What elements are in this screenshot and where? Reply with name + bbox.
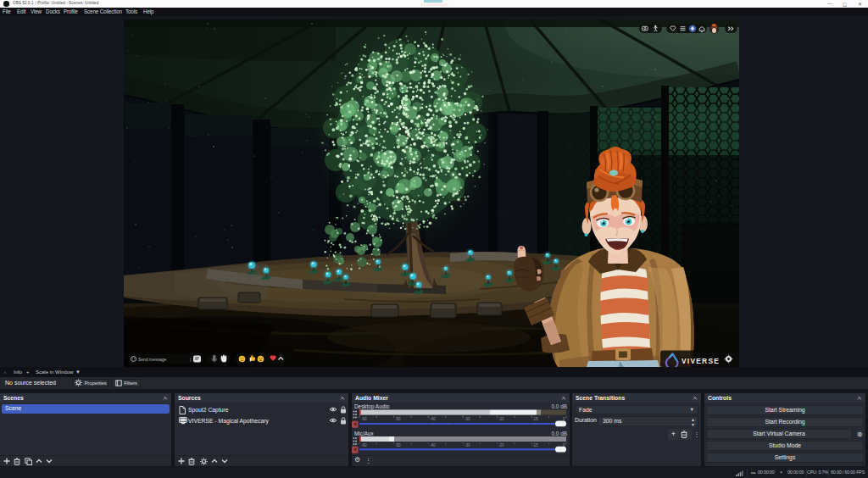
- svg-text:-15: -15: [532, 417, 538, 421]
- svg-text:-50: -50: [395, 417, 401, 421]
- svg-text:-30: -30: [465, 443, 470, 447]
- svg-text:-50: -50: [395, 443, 401, 447]
- svg-text:Mic/Aux: Mic/Aux: [354, 431, 375, 436]
- svg-text:-15: -15: [532, 443, 538, 447]
- svg-text:Desktop Audio: Desktop Audio: [354, 403, 390, 410]
- svg-text:0: 0: [563, 417, 565, 421]
- svg-text:Send message: Send message: [138, 357, 167, 362]
- svg-text:-20: -20: [498, 417, 504, 421]
- svg-text:-60: -60: [361, 443, 367, 447]
- svg-text:-40: -40: [430, 443, 436, 447]
- svg-text:-20: -20: [498, 443, 504, 447]
- svg-text:-30: -30: [465, 417, 470, 421]
- svg-text:VIVERSE: VIVERSE: [682, 357, 720, 365]
- svg-text:-40: -40: [430, 417, 436, 421]
- svg-text:-60: -60: [361, 417, 367, 421]
- svg-text:0.0 dB: 0.0 dB: [552, 403, 567, 409]
- svg-text:0.0 dB: 0.0 dB: [552, 431, 567, 436]
- svg-text:|: |: [190, 357, 191, 362]
